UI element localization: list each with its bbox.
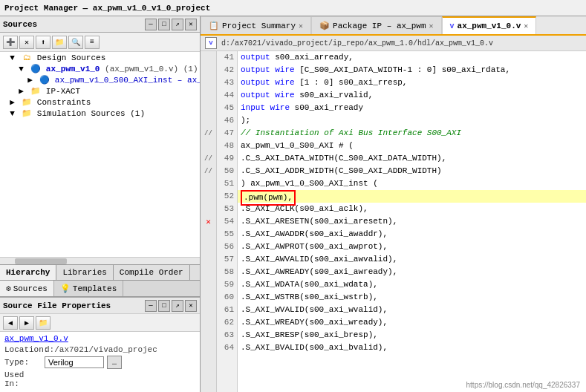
- expand-s00-axi[interactable]: ▶: [26, 75, 35, 85]
- sfp-folder-btn[interactable]: 📁: [36, 316, 51, 330]
- sfp-restore-btn[interactable]: □: [158, 300, 170, 312]
- tree-area[interactable]: ▼ 🗂 Design Sources ▼ 🔵 ax_pwm_v1_0 (ax_p…: [0, 52, 200, 257]
- tab-ax-pwm-close[interactable]: ✕: [524, 22, 528, 30]
- sfp-minimize-btn[interactable]: —: [145, 300, 157, 312]
- templates-icon: 💡: [60, 284, 71, 293]
- sfp-type-browse-btn[interactable]: …: [107, 356, 122, 369]
- code-line-64: .S_AXI_BVALID(s00_axi_bvalid),: [238, 342, 586, 354]
- tree-label-simulation: Simulation Sources (1): [37, 109, 145, 118]
- tab-templates[interactable]: 💡 Templates: [54, 281, 123, 296]
- settings-btn[interactable]: ≡: [85, 36, 100, 49]
- line-icon-64: [201, 342, 216, 354]
- tree-horizontal-scrollbar[interactable]: [0, 257, 200, 264]
- sources-popout-btn[interactable]: ↗: [172, 19, 183, 30]
- sfp-type-input[interactable]: [45, 356, 104, 368]
- tree-label-constraints: Constraints: [37, 98, 91, 107]
- remove-sources-btn[interactable]: ✕: [19, 36, 34, 49]
- expand-design-sources[interactable]: ▼: [8, 53, 17, 62]
- sfp-forward-btn[interactable]: ▶: [19, 316, 34, 330]
- folder-btn[interactable]: 📁: [52, 36, 67, 49]
- code-line-62: .S_AXI_WREADY(s00_axi_wready),: [238, 316, 586, 329]
- verilog-instance-icon: 🔵: [39, 75, 50, 85]
- tab-project-summary[interactable]: 📋 Project Summary ✕: [201, 16, 311, 34]
- line-num-54: 54: [217, 215, 234, 228]
- line-icon-49: //: [201, 152, 216, 165]
- line-icon-42: [201, 64, 216, 76]
- sources-minimize-btn[interactable]: —: [145, 19, 157, 30]
- sfp-header: Source File Properties — □ ↗ ✕: [0, 298, 200, 314]
- line-icon-46: [201, 114, 216, 127]
- line-icon-47: //: [201, 127, 216, 140]
- code-line-63: .S_AXI_BRESP(s00_axi_bresp),: [238, 329, 586, 342]
- expand-ip-xact[interactable]: ▶: [17, 86, 26, 96]
- expand-constraints[interactable]: ▶: [8, 97, 17, 107]
- tree-label-ax-pwm: ax_pwm_v1_0: [46, 65, 100, 74]
- code-line-56: .S_AXI_AWPROT(s00_axi_awprot),: [238, 241, 586, 253]
- line-icons-column: // // // ✕: [201, 51, 217, 392]
- sfp-filename[interactable]: ax_pwm_v1_0.v: [4, 334, 68, 343]
- verilog-module-icon: 🔵: [30, 64, 41, 74]
- line-num-52: 52: [217, 190, 234, 203]
- tab-libraries[interactable]: Libraries: [56, 265, 113, 280]
- left-panel: Sources — □ ↗ ✕ ➕ ✕ ⬆ 📁 🔍 ≡ ▼ 🗂 Des: [0, 16, 201, 392]
- line-num-43: 43: [217, 76, 234, 89]
- tree-item-ip-xact[interactable]: ▶ 📁 IP-XACT: [0, 85, 200, 97]
- filepath-icon: v: [205, 37, 217, 49]
- code-line-57: .S_AXI_AWVALID(s00_axi_awvalid),: [238, 253, 586, 266]
- tab-package-ip-close[interactable]: ✕: [429, 22, 433, 30]
- line-num-57: 57: [217, 253, 234, 266]
- line-icon-51: [201, 177, 216, 190]
- tab-bar: 📋 Project Summary ✕ 📦 Package IP – ax_pw…: [201, 16, 586, 36]
- code-line-44: output wire s00_axi_rvalid,: [238, 89, 586, 102]
- line-icon-56: [201, 241, 216, 253]
- line-icon-50: //: [201, 165, 216, 177]
- line-icon-60: [201, 291, 216, 304]
- tree-label-ax-pwm-file: (ax_pwm_v1_0.v) (1): [105, 65, 198, 74]
- folder-simulation-icon: 📁: [22, 108, 32, 118]
- up-btn[interactable]: ⬆: [36, 36, 51, 49]
- search-btn[interactable]: 🔍: [68, 36, 83, 49]
- sfp-popout-btn[interactable]: ↗: [172, 300, 183, 312]
- tab-hierarchy[interactable]: Hierarchy: [0, 265, 56, 280]
- code-content[interactable]: output s00_axi_arready, output wire [C_S…: [238, 51, 586, 392]
- tab-project-summary-close[interactable]: ✕: [299, 22, 303, 30]
- add-sources-btn[interactable]: ➕: [3, 36, 18, 49]
- left-tabs: Hierarchy Libraries Compile Order: [0, 264, 200, 281]
- line-num-41: 41: [217, 51, 234, 64]
- line-icon-58: [201, 266, 216, 278]
- tree-item-s00-axi-inst[interactable]: ▶ 🔵 ax_pwm_v1_0_S00_AXI_inst – ax_pw: [0, 74, 200, 85]
- code-area[interactable]: // // // ✕ 41: [201, 51, 586, 392]
- sfp-title: Source File Properties: [3, 301, 111, 310]
- tab-ax-pwm-v1-0[interactable]: v ax_pwm_v1_0.v ✕: [442, 16, 537, 34]
- tree-scrollbar-thumb[interactable]: [15, 258, 67, 264]
- line-icon-55: [201, 228, 216, 241]
- sfp-toolbar: ◀ ▶ 📁: [0, 314, 200, 332]
- expand-ax-pwm[interactable]: ▼: [17, 65, 26, 74]
- sfp-back-btn[interactable]: ◀: [3, 316, 18, 330]
- code-line-54: .S_AXI_ARESETN(s00_axi_aresetn),: [238, 215, 586, 228]
- line-num-50: 50: [217, 165, 234, 177]
- sfp-location-row: Location: d:/ax7021/vivado_projec: [4, 345, 195, 354]
- project-summary-icon: 📋: [209, 21, 219, 30]
- tree-item-simulation[interactable]: ▼ 📁 Simulation Sources (1): [0, 108, 200, 119]
- line-icon-48: [201, 140, 216, 152]
- sfp-usedin-label: Used In:: [4, 370, 42, 388]
- tree-label-ip-xact: IP-XACT: [46, 87, 80, 96]
- source-file-properties: Source File Properties — □ ↗ ✕ ◀ ▶ 📁 ax_…: [0, 297, 200, 392]
- tab-sources[interactable]: ⚙ Sources: [0, 281, 54, 296]
- tree-item-design-sources[interactable]: ▼ 🗂 Design Sources: [0, 52, 200, 63]
- tab-compile-order[interactable]: Compile Order: [114, 265, 190, 280]
- sfp-close-btn[interactable]: ✕: [185, 300, 197, 312]
- tree-label-design-sources: Design Sources: [37, 53, 105, 62]
- line-icon-43: [201, 76, 216, 89]
- tree-item-ax-pwm-v1-0[interactable]: ▼ 🔵 ax_pwm_v1_0 (ax_pwm_v1_0.v) (1): [0, 63, 200, 74]
- code-line-61: .S_AXI_WVALID(s00_axi_wvalid),: [238, 304, 586, 316]
- sources-close-btn[interactable]: ✕: [185, 19, 197, 30]
- sources-restore-btn[interactable]: □: [158, 19, 170, 30]
- expand-simulation[interactable]: ▼: [8, 109, 17, 118]
- tree-item-constraints[interactable]: ▶ 📁 Constraints: [0, 97, 200, 108]
- code-line-42: output wire [C_S00_AXI_DATA_WIDTH-1 : 0]…: [238, 64, 586, 76]
- code-line-48: ax_pwm_v1_0_S00_AXI # (: [238, 140, 586, 152]
- tab-package-ip[interactable]: 📦 Package IP – ax_pwm ✕: [311, 16, 441, 34]
- line-num-61: 61: [217, 304, 234, 316]
